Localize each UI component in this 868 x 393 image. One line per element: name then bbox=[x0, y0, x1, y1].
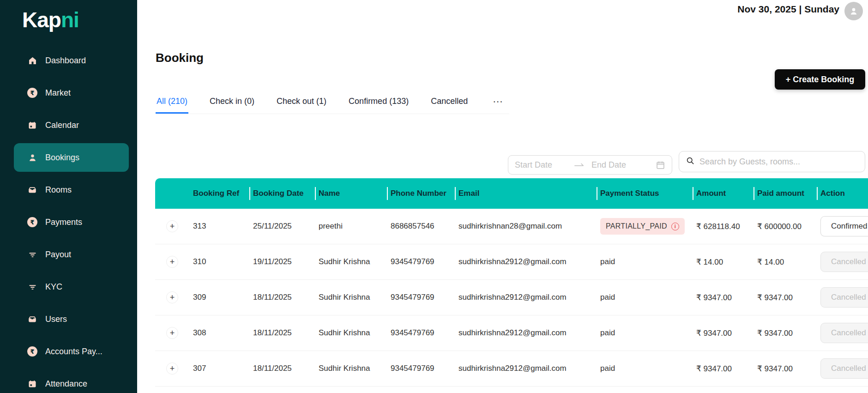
cell-booking-date: 18/11/2025 bbox=[249, 328, 315, 338]
tabs-list: All (210) Check in (0) Check out (1) Con… bbox=[156, 89, 509, 114]
calendar-icon bbox=[27, 120, 38, 131]
sidebar-item-kyc[interactable]: KYC bbox=[14, 272, 129, 301]
booking-status-tabs: All (210) Check in (0) Check out (1) Con… bbox=[156, 89, 509, 114]
start-date-input[interactable] bbox=[515, 160, 574, 170]
row-action-button[interactable]: Cancelled bbox=[820, 358, 868, 379]
search-bar[interactable] bbox=[679, 151, 865, 172]
sidebar-item-dashboard[interactable]: Dashboard bbox=[14, 46, 129, 75]
cell-amount: ₹ 628118.40 bbox=[693, 222, 753, 231]
filter-icon bbox=[27, 249, 38, 260]
table-row: + 313 25/11/2025 preethi 8686857546 sudh… bbox=[155, 209, 868, 244]
expand-row-button[interactable]: + bbox=[166, 327, 178, 339]
tray-icon bbox=[27, 314, 38, 325]
user-avatar[interactable] bbox=[844, 2, 863, 20]
payment-status-text: paid bbox=[597, 257, 693, 266]
col-header-amount: Amount bbox=[693, 178, 753, 209]
cell-amount: ₹ 9347.00 bbox=[693, 328, 753, 338]
sidebar-item-payout[interactable]: Payout bbox=[14, 240, 129, 269]
cell-booking-date: 19/11/2025 bbox=[249, 257, 315, 266]
sidebar-item-label: Payout bbox=[45, 250, 71, 260]
tabs-more-button[interactable]: ⋯ bbox=[493, 89, 504, 114]
booking-app: Kapni Dashboard ₹ Market Calendar bbox=[0, 0, 868, 393]
sidebar-item-attendance[interactable]: Attendance bbox=[14, 369, 129, 393]
table-row: + 307 18/11/2025 Sudhir Krishna 93454797… bbox=[155, 351, 868, 387]
col-header-action: Action bbox=[817, 178, 868, 209]
table-row: + 309 18/11/2025 Sudhir Krishna 93454797… bbox=[155, 280, 868, 315]
cell-amount: ₹ 9347.00 bbox=[693, 364, 753, 374]
tab-check-out[interactable]: Check out (1) bbox=[276, 89, 327, 114]
cell-email: sudhirkrishnan28@gmail.com bbox=[455, 222, 597, 231]
col-header-phone: Phone Number bbox=[387, 178, 455, 209]
cell-name: Sudhir Krishna bbox=[315, 328, 387, 338]
brand-logo[interactable]: Kapni bbox=[22, 7, 79, 32]
cell-paid-amount: ₹ 600000.00 bbox=[753, 222, 817, 231]
table-row: + 308 18/11/2025 Sudhir Krishna 93454797… bbox=[155, 315, 868, 351]
swap-right-arrow-icon bbox=[574, 161, 585, 169]
end-date-input[interactable] bbox=[591, 160, 646, 170]
cell-amount: ₹ 14.00 bbox=[693, 257, 753, 267]
calendar-icon bbox=[27, 378, 38, 389]
cell-email: sudhirkrishna2912@gmail.com bbox=[455, 293, 597, 302]
sidebar-item-rooms[interactable]: Rooms bbox=[14, 175, 129, 204]
col-header-booking-ref: Booking Ref bbox=[189, 178, 249, 209]
sidebar-item-calendar[interactable]: Calendar bbox=[14, 111, 129, 139]
cell-email: sudhirkrishna2912@gmail.com bbox=[455, 257, 597, 266]
sidebar-item-market[interactable]: ₹ Market bbox=[14, 79, 129, 107]
cell-booking-date: 18/11/2025 bbox=[249, 364, 315, 373]
cell-booking-date: 18/11/2025 bbox=[249, 293, 315, 302]
sidebar-item-bookings[interactable]: Bookings bbox=[14, 143, 129, 172]
col-header-expand bbox=[155, 178, 189, 209]
expand-row-button[interactable]: + bbox=[166, 256, 178, 268]
sidebar-nav: Dashboard ₹ Market Calendar Bookings bbox=[0, 46, 137, 393]
sidebar-item-payments[interactable]: ₹ Payments bbox=[14, 208, 129, 236]
table-header-row: Booking Ref Booking Date Name Phone Numb… bbox=[155, 178, 868, 209]
cell-email: sudhirkrishna2912@gmail.com bbox=[455, 328, 597, 338]
expand-row-button[interactable]: + bbox=[166, 291, 178, 303]
col-header-email: Email bbox=[455, 178, 597, 209]
cell-name: preethi bbox=[315, 222, 387, 231]
tab-check-in[interactable]: Check in (0) bbox=[209, 89, 255, 114]
current-date-text: Nov 30, 2025 | Sunday bbox=[737, 4, 839, 15]
create-booking-button[interactable]: + Create Booking bbox=[775, 69, 865, 90]
cell-name: Sudhir Krishna bbox=[315, 257, 387, 266]
cell-booking-ref: 313 bbox=[189, 222, 249, 231]
sidebar-item-users[interactable]: Users bbox=[14, 305, 129, 333]
cell-paid-amount: ₹ 14.00 bbox=[753, 257, 817, 267]
sidebar-item-label: Bookings bbox=[45, 153, 79, 163]
cell-name: Sudhir Krishna bbox=[315, 293, 387, 302]
cell-email: sudhirkrishna2912@gmail.com bbox=[455, 364, 597, 373]
calendar-picker-icon[interactable] bbox=[656, 160, 665, 170]
col-header-payment-status: Payment Status bbox=[597, 178, 693, 209]
cell-phone: 9345479769 bbox=[387, 364, 455, 373]
tab-confirmed[interactable]: Confirmed (133) bbox=[348, 89, 410, 114]
row-action-button[interactable]: Cancelled bbox=[820, 323, 868, 343]
page-title: Booking bbox=[156, 51, 204, 65]
cell-paid-amount: ₹ 9347.00 bbox=[753, 364, 817, 374]
cell-booking-ref: 310 bbox=[189, 257, 249, 266]
row-action-button[interactable]: Cancelled bbox=[820, 287, 868, 308]
expand-row-button[interactable]: + bbox=[166, 363, 178, 375]
cell-booking-ref: 309 bbox=[189, 293, 249, 302]
table-row: + 310 19/11/2025 Sudhir Krishna 93454797… bbox=[155, 244, 868, 280]
date-range-picker[interactable] bbox=[508, 155, 672, 175]
tab-all[interactable]: All (210) bbox=[156, 89, 188, 114]
payment-status-text: paid bbox=[597, 328, 693, 338]
expand-row-button[interactable]: + bbox=[166, 220, 178, 232]
sidebar-item-accounts-payable[interactable]: ₹ Accounts Pay... bbox=[14, 337, 129, 366]
avatar-person-icon bbox=[848, 6, 859, 17]
tab-cancelled[interactable]: Cancelled bbox=[430, 89, 469, 114]
cell-name: Sudhir Krishna bbox=[315, 364, 387, 373]
payment-status-text: paid bbox=[597, 293, 693, 302]
info-circle-icon[interactable]: i bbox=[671, 223, 679, 230]
row-action-button[interactable]: Cancelled bbox=[820, 252, 868, 272]
sidebar: Kapni Dashboard ₹ Market Calendar bbox=[0, 0, 137, 393]
cell-paid-amount: ₹ 9347.00 bbox=[753, 328, 817, 338]
sidebar-item-label: Attendance bbox=[45, 379, 87, 389]
col-header-booking-date: Booking Date bbox=[249, 178, 315, 209]
col-header-name: Name bbox=[315, 178, 387, 209]
search-input[interactable] bbox=[699, 157, 858, 167]
rupee-circle-icon: ₹ bbox=[27, 346, 38, 357]
row-action-button[interactable]: Confirmed bbox=[820, 216, 868, 236]
rupee-circle-icon: ₹ bbox=[27, 217, 38, 228]
person-icon bbox=[27, 152, 38, 163]
